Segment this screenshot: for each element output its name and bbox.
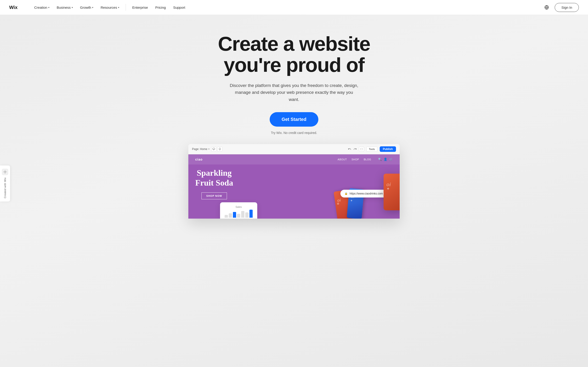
svg-text:Wix: Wix	[9, 5, 18, 10]
undo-icon[interactable]	[348, 148, 351, 151]
language-selector-button[interactable]	[542, 3, 551, 12]
site-nav-icons: 🔍 👤 🛒	[378, 158, 393, 161]
nav-item-pricing[interactable]: Pricing	[152, 4, 169, 11]
site-preview: ciao ABOUT SHOP BLOG 🔍 👤 🛒 SparklingFrui…	[188, 154, 400, 219]
desktop-icon[interactable]	[211, 147, 216, 152]
hero-content: Create a website you're proud of Discove…	[191, 15, 397, 144]
lock-icon: 🔒	[345, 192, 348, 195]
publish-button[interactable]: Publish	[380, 146, 396, 152]
nav-item-enterprise[interactable]: Enterprise	[129, 4, 151, 11]
wix-logo-svg: Wix	[9, 5, 22, 10]
site-nav-about: ABOUT	[338, 158, 347, 161]
toolbar-right: Tools Publish	[348, 146, 396, 152]
toolbar-icons	[211, 147, 222, 152]
page-label: Page: Home ▾	[192, 148, 209, 151]
nav-item-business[interactable]: Business ▾	[53, 4, 76, 11]
nav-right: Sign In	[542, 3, 579, 12]
sales-bar	[245, 212, 249, 218]
chevron-down-icon: ▾	[92, 6, 93, 9]
fullscreen-icon[interactable]	[359, 147, 364, 152]
site-nav-shop: SHOP	[351, 158, 359, 161]
wix-small-icon	[2, 169, 8, 175]
get-started-button[interactable]: Get Started	[270, 112, 318, 127]
browser-mockup-container: Page: Home ▾	[184, 144, 404, 219]
svg-rect-6	[219, 148, 221, 150]
redo-icon[interactable]	[354, 148, 357, 151]
svg-rect-3	[213, 148, 215, 150]
svg-point-0	[5, 171, 6, 172]
side-can-decoration: oi ✦	[384, 174, 400, 210]
signin-button[interactable]: Sign In	[555, 3, 579, 12]
url-bar: 🔒 https://www.ciaodrinks.com	[340, 190, 387, 198]
user-icon: 👤	[384, 158, 387, 161]
nav-item-growth[interactable]: Growth ▾	[77, 4, 96, 11]
nav-item-support[interactable]: Support	[170, 4, 189, 11]
globe-icon	[544, 5, 549, 10]
navbar: Wix Creation ▾ Business ▾ Growth ▾ Resou…	[0, 0, 588, 15]
browser-mockup: Page: Home ▾	[188, 144, 400, 219]
chevron-down-icon: ▾	[118, 6, 119, 9]
hero-title: Create a website you're proud of	[195, 33, 393, 76]
site-navbar: ciao ABOUT SHOP BLOG 🔍 👤 🛒	[188, 154, 400, 165]
chevron-down-icon: ▾	[72, 6, 73, 9]
chevron-down-icon: ▾	[48, 6, 49, 9]
nav-item-creation[interactable]: Creation ▾	[31, 4, 52, 11]
logo[interactable]: Wix	[9, 5, 22, 10]
site-nav-blog: BLOG	[363, 158, 371, 161]
created-with-wix-text: Created with Wix	[4, 177, 6, 198]
nav-item-resources[interactable]: Resources ▾	[97, 4, 122, 11]
sales-bar	[250, 210, 253, 218]
hero-note: Try Wix. No credit card required.	[271, 131, 317, 135]
nav-divider	[126, 4, 126, 11]
nav-menu: Creation ▾ Business ▾ Growth ▾ Resources…	[31, 4, 542, 11]
sales-bar	[241, 211, 244, 218]
search-icon: 🔍	[378, 158, 382, 161]
url-text: https://www.ciaodrinks.com	[350, 192, 383, 195]
site-title: SparklingFruit Soda	[195, 168, 233, 188]
browser-toolbar: Page: Home ▾	[188, 144, 400, 154]
toolbar-left: Page: Home ▾	[192, 147, 345, 152]
mobile-icon[interactable]	[217, 147, 222, 152]
hero-subtitle: Discover the platform that gives you the…	[230, 82, 358, 103]
shop-now-button[interactable]: SHOP NOW	[201, 192, 227, 199]
svg-point-7	[220, 150, 220, 150]
created-with-wix-badge[interactable]: Created with Wix	[0, 165, 10, 201]
site-logo: ciao	[195, 158, 203, 161]
tools-button[interactable]: Tools	[366, 147, 377, 152]
site-nav-links: ABOUT SHOP BLOG	[338, 158, 371, 161]
chevron-down-icon: ▾	[208, 148, 209, 150]
cart-icon: 🛒	[389, 158, 393, 161]
hero-section: Create a website you're proud of Discove…	[0, 0, 588, 367]
